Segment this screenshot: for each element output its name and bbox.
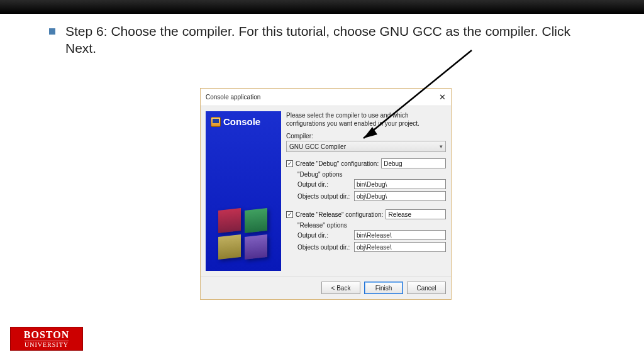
instruction-text: Please select the compiler to use and wh… [286,111,446,128]
bullet-icon [49,28,55,35]
cube-purple [245,234,267,260]
logo-line1: BOSTON [24,330,69,340]
debug-output-input[interactable]: bin\Debug\ [354,179,446,189]
compiler-select[interactable]: GNU GCC Compiler ▾ [286,141,446,152]
dialog-body: Console Please select the compiler to us… [201,106,451,276]
debug-objects-input[interactable]: obj\Debug\ [354,191,446,201]
release-check-label: Create "Release" configuration: [296,211,383,218]
dialog-title: Console application [206,94,260,101]
release-objects-label: Objects output dir.: [297,244,352,251]
debug-name-input[interactable]: Debug [381,158,446,168]
wizard-side-panel: Console [206,111,281,271]
cube-yellow [218,234,241,260]
chevron-down-icon: ▾ [440,143,443,150]
debug-config-row: Create "Debug" configuration: Debug [286,158,446,168]
logo-line2: UNIVERSITY [25,341,69,348]
release-name-input[interactable]: Release [386,209,446,219]
wizard-dialog: Console application ✕ Console Please sel… [200,88,452,300]
dialog-titlebar: Console application ✕ [201,89,451,106]
step-bullet-row: Step 6: Choose the compiler. For this tu… [49,23,594,57]
side-panel-label: Console [223,116,260,127]
debug-objects-label: Objects output dir.: [297,193,352,200]
debug-options-label: "Debug" options [297,171,446,178]
debug-check-label: Create "Debug" configuration: [296,160,379,167]
back-button[interactable]: < Back [321,282,360,294]
release-config-row: Create "Release" configuration: Release [286,209,446,219]
slide-top-bar [0,0,644,14]
release-output-row: Output dir.: bin\Release\ [297,230,446,240]
side-panel-title: Console [211,116,260,127]
boston-university-logo: BOSTON UNIVERSITY [10,327,83,351]
debug-output-label: Output dir.: [297,181,352,188]
cubes-graphic [217,208,271,262]
debug-objects-row: Objects output dir.: obj\Debug\ [297,191,446,201]
finish-button[interactable]: Finish [364,282,403,294]
console-icon [211,117,221,127]
cube-green [245,208,267,233]
release-output-input[interactable]: bin\Release\ [354,230,446,240]
dialog-footer: < Back Finish Cancel [201,276,451,299]
debug-checkbox[interactable] [286,160,293,167]
close-icon[interactable]: ✕ [439,92,446,102]
release-checkbox[interactable] [286,211,293,218]
compiler-label: Compiler: [286,133,446,140]
cube-red [218,208,241,233]
release-objects-input[interactable]: obj\Release\ [354,242,446,252]
cancel-button[interactable]: Cancel [407,282,446,294]
wizard-form: Please select the compiler to use and wh… [286,111,446,271]
step-text: Step 6: Choose the compiler. For this tu… [65,23,594,57]
debug-output-row: Output dir.: bin\Debug\ [297,179,446,189]
release-options-label: "Release" options [297,222,446,229]
compiler-value: GNU GCC Compiler [289,143,346,150]
slide-content: Step 6: Choose the compiler. For this tu… [0,14,644,362]
release-output-label: Output dir.: [297,232,352,239]
release-objects-row: Objects output dir.: obj\Release\ [297,242,446,252]
